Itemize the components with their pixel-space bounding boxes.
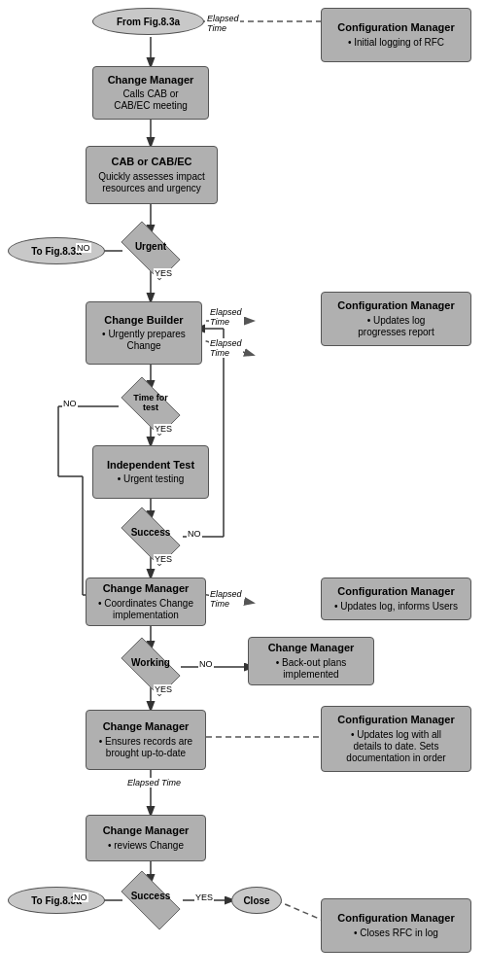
working-no-label: NO <box>198 659 214 669</box>
success1-no-label: NO <box>187 529 202 539</box>
success-2-diamond: Success <box>107 879 194 922</box>
working-diamond: Working <box>107 646 194 688</box>
close-oval: Close <box>231 887 282 914</box>
config-manager-3-box: Configuration Manager Updates log, infor… <box>321 578 471 620</box>
urgent-no-label: NO <box>76 243 91 253</box>
time-yes-label: YES <box>154 424 173 434</box>
urgent-diamond: Urgent <box>107 229 194 272</box>
elapsed-time-label-2: ElapsedTime <box>209 307 243 327</box>
cab-box: CAB or CAB/EC Quickly assesses impact re… <box>86 146 218 204</box>
time-no-label: NO <box>62 399 78 408</box>
change-manager-1-box: Change Manager Calls CAB or CAB/EC meeti… <box>92 66 209 120</box>
independent-test-box: Independent Test Urgent testing <box>92 445 209 499</box>
elapsed-time-label-1: ElapsedTime <box>206 14 240 33</box>
change-manager-backout-box: Change Manager Back-out plans implemente… <box>248 637 374 685</box>
success2-no-label: NO <box>73 892 88 902</box>
elapsed-time-label-3: ElapsedTime <box>209 338 243 358</box>
config-manager-5-box: Configuration Manager Closes RFC in log <box>321 898 471 953</box>
config-manager-4-box: Configuration Manager Updates log with a… <box>321 706 471 772</box>
success2-yes-label: YES <box>194 892 214 902</box>
working-yes-label: YES <box>154 684 173 694</box>
success-1-diamond: Success <box>107 515 194 558</box>
to-fig-2-oval: To Fig.8.3a <box>8 887 105 914</box>
time-for-test-diamond: Time for test <box>105 385 196 428</box>
from-fig-oval: From Fig.8.3a <box>92 8 204 35</box>
urgent-yes-label: YES <box>154 268 173 278</box>
elapsed-time-label-5: Elapsed Time <box>126 778 182 788</box>
config-manager-2-box: Configuration Manager Updates log progre… <box>321 292 471 346</box>
change-builder-box: Change Builder Urgently prepares Change <box>86 301 202 365</box>
change-manager-2-box: Change Manager Coordinates Change implem… <box>86 578 206 626</box>
change-manager-4-box: Change Manager reviews Change <box>86 815 206 861</box>
success1-yes-label: YES <box>154 554 173 564</box>
config-manager-1-box: Configuration Manager Initial logging of… <box>321 8 471 62</box>
elapsed-time-label-4: ElapsedTime <box>209 589 243 609</box>
change-manager-3-box: Change Manager Ensures records are broug… <box>86 710 206 770</box>
